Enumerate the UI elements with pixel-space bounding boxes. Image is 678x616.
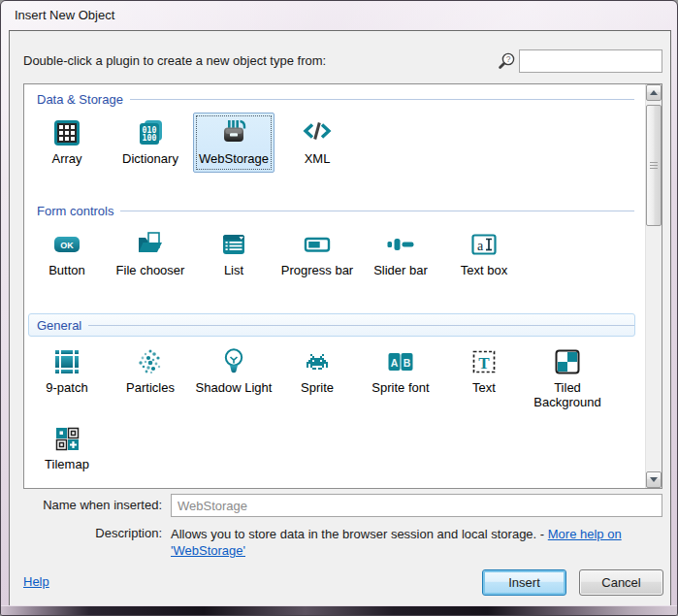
- description-body: Allows you to store data in the browser …: [171, 527, 544, 541]
- dialog-client-area: Double-click a plugin to create a new ob…: [9, 30, 671, 607]
- svg-text:T: T: [478, 354, 490, 373]
- title-bar[interactable]: Insert New Object: [1, 1, 677, 30]
- plugin-item-label: 9-patch: [46, 380, 87, 395]
- plugin-item-xml[interactable]: XML: [276, 113, 358, 173]
- plugin-item-particles[interactable]: Particles: [110, 341, 191, 416]
- plugin-list: Data & Storage Array 010 100Dictionary W…: [23, 83, 662, 489]
- search-icon: ?: [496, 50, 517, 72]
- plugin-item-array[interactable]: Array: [26, 113, 108, 173]
- description-text: Allows you to store data in the browser …: [171, 526, 654, 559]
- scroll-up-button[interactable]: [646, 84, 662, 101]
- plugin-item-label: Progress bar: [281, 263, 353, 277]
- dictionary-icon: 010 100: [135, 117, 166, 148]
- category-items-data-storage: Array 010 100Dictionary WebStorage XML: [24, 111, 645, 173]
- plugin-item-tiled-background[interactable]: Tiled Background: [527, 341, 608, 416]
- scroll-down-button[interactable]: [646, 471, 662, 488]
- plugin-item-label: XML: [305, 151, 331, 166]
- category-header-form-controls: Form controls: [28, 202, 635, 219]
- list-icon: [218, 229, 249, 260]
- plugin-item-label: Array: [51, 151, 81, 166]
- xml-icon: [302, 117, 333, 148]
- category-label: Form controls: [37, 204, 113, 218]
- plugin-item-text[interactable]: TText: [443, 341, 525, 416]
- plugin-item-text-box[interactable]: a Text box: [443, 224, 525, 284]
- plugin-item-label: Tiled Background: [528, 380, 607, 409]
- name-when-inserted-label: Name when inserted:: [10, 498, 162, 512]
- tiled-background-icon: [552, 346, 583, 377]
- plugin-item-tilemap[interactable]: Tilemap: [26, 418, 108, 478]
- plugin-item-dictionary[interactable]: 010 100Dictionary: [110, 113, 191, 173]
- plugin-item-label: Sprite font: [371, 380, 429, 395]
- description-label: Description:: [10, 526, 162, 540]
- webstorage-icon: [218, 117, 249, 148]
- nine-patch-icon: [51, 346, 82, 377]
- plugin-item-label: Text box: [461, 263, 507, 277]
- insert-new-object-dialog: Insert New Object Double-click a plugin …: [0, 0, 678, 616]
- shadow-light-icon: [218, 346, 249, 377]
- progress-bar-icon: [302, 229, 333, 260]
- sprite-font-icon: A B: [385, 346, 416, 377]
- window-bottom-frame: [1, 605, 677, 615]
- scrollbar-thumb[interactable]: [646, 105, 662, 226]
- cancel-button[interactable]: Cancel: [579, 569, 663, 596]
- plugin-item-label: Shadow Light: [196, 380, 273, 395]
- plugin-item-slider-bar[interactable]: Slider bar: [360, 224, 441, 284]
- svg-text:OK: OK: [60, 241, 74, 250]
- plugin-item-label: WebStorage: [199, 151, 269, 166]
- plugin-item-label: List: [224, 263, 243, 277]
- button-icon: OK: [51, 229, 82, 260]
- category-rule: [120, 211, 634, 211]
- plugin-item-label: Button: [48, 263, 85, 277]
- plugin-list-scrollbar[interactable]: [645, 84, 662, 488]
- plugin-item-label: File chooser: [116, 263, 185, 277]
- plugin-item-sprite-font[interactable]: A BSprite font: [360, 341, 441, 416]
- svg-text:?: ?: [506, 54, 511, 64]
- plugin-item-label: Particles: [126, 380, 175, 395]
- window-title: Insert New Object: [15, 8, 114, 22]
- sprite-icon: [302, 346, 333, 377]
- category-rule: [88, 325, 634, 326]
- plugin-item-progress-bar[interactable]: Progress bar: [276, 224, 358, 284]
- plugin-item-button[interactable]: OKButton: [26, 224, 108, 284]
- search-input[interactable]: [519, 49, 662, 73]
- plugin-item-file-chooser[interactable]: File chooser: [110, 224, 191, 284]
- plugin-item-label: Slider bar: [373, 263, 428, 277]
- svg-text:B: B: [404, 357, 411, 369]
- name-when-inserted-input[interactable]: [171, 494, 662, 517]
- category-header-general: General: [28, 313, 635, 337]
- category-items-form-controls: OKButton File chooser List Progress bar …: [24, 222, 645, 284]
- plugin-item-shadow-light[interactable]: Shadow Light: [193, 341, 274, 416]
- scroll-down-icon: [650, 477, 658, 482]
- plugin-list-content: Data & Storage Array 010 100Dictionary W…: [24, 84, 645, 488]
- category-header-data-storage: Data & Storage: [28, 90, 635, 108]
- slider-bar-icon: [385, 229, 416, 260]
- plugin-item-list[interactable]: List: [193, 224, 274, 284]
- category-label: General: [37, 318, 81, 333]
- tilemap-icon: [51, 423, 82, 454]
- text-icon: T: [468, 346, 500, 377]
- svg-text:a: a: [477, 239, 484, 253]
- plugin-item-sprite[interactable]: Sprite: [276, 341, 358, 416]
- plugin-item-label: Sprite: [301, 380, 334, 395]
- file-chooser-icon: [135, 229, 166, 260]
- category-label: Data & Storage: [37, 92, 123, 107]
- plugin-item-label: Text: [472, 380, 496, 395]
- plugin-item-label: Tilemap: [45, 457, 89, 471]
- scroll-up-icon: [650, 90, 658, 95]
- insert-button[interactable]: Insert: [482, 569, 566, 596]
- plugin-item-9-patch[interactable]: 9-patch: [26, 341, 108, 416]
- array-icon: [51, 117, 82, 148]
- particles-icon: [135, 346, 166, 377]
- instruction-text: Double-click a plugin to create a new ob…: [23, 53, 326, 68]
- text-box-icon: a: [468, 229, 500, 260]
- svg-text:100: 100: [143, 133, 157, 143]
- category-items-general: 9-patchParticles Shadow LightSprite A BS…: [24, 340, 645, 478]
- help-link[interactable]: Help: [23, 574, 49, 589]
- category-rule: [130, 99, 634, 100]
- plugin-item-label: Dictionary: [122, 151, 178, 166]
- plugin-item-webstorage[interactable]: WebStorage: [193, 113, 274, 173]
- svg-text:A: A: [391, 357, 399, 369]
